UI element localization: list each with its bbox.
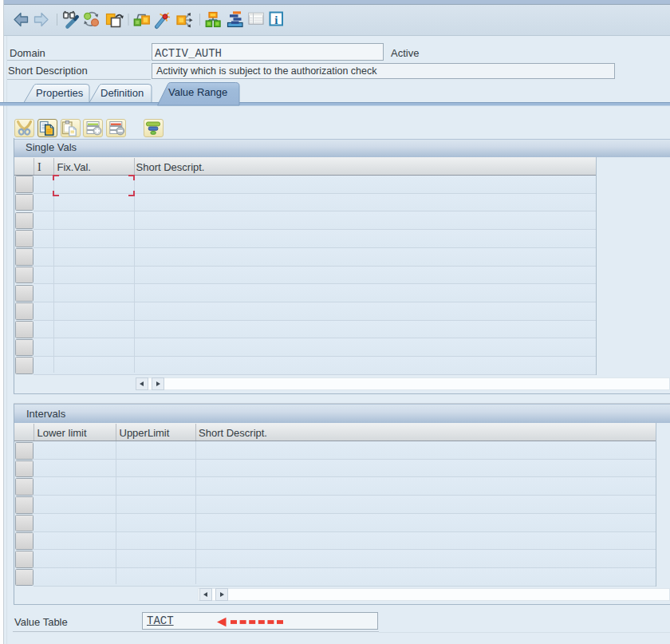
svg-text:Value Range: Value Range: [168, 86, 227, 98]
svg-text:Definition: Definition: [100, 87, 144, 99]
svg-text:i: i: [274, 14, 278, 26]
svg-text:Properties: Properties: [36, 87, 84, 99]
